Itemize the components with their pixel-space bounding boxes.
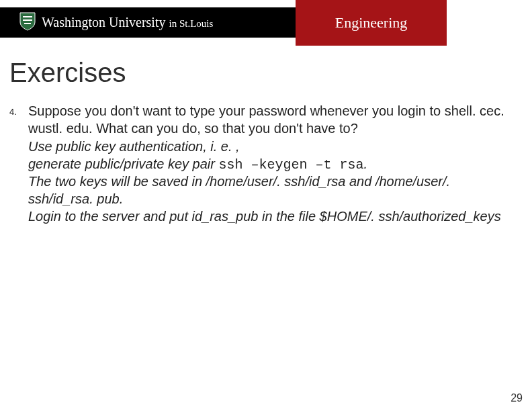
- university-logo: Washington University in St.Louis: [19, 11, 213, 34]
- answer-line-2-prefix: generate public/private key pair: [28, 156, 219, 171]
- list-item: 4. Suppose you don't want to type your p…: [9, 103, 516, 225]
- answer-code: ssh –keygen –t rsa: [219, 157, 364, 173]
- svg-rect-0: [23, 16, 32, 17]
- svg-rect-1: [23, 19, 32, 21]
- item-body: Suppose you don't want to type your pass…: [28, 103, 516, 225]
- question-text: Suppose you don't want to type your pass…: [28, 103, 516, 137]
- answer-line-1: Use public key authentication, i. e. ,: [28, 138, 516, 156]
- answer-line-4: Login to the server and put id_ras_pub i…: [28, 208, 516, 226]
- slide-title: Exercises: [9, 58, 532, 88]
- university-bar: Washington University in St.Louis: [0, 7, 296, 38]
- dept-label: Engineering: [335, 14, 408, 32]
- slide-content: 4. Suppose you don't want to type your p…: [9, 103, 516, 225]
- page-number: 29: [511, 392, 523, 404]
- answer-line-2: generate public/private key pair ssh –ke…: [28, 156, 516, 174]
- slide-header: Washington University in St.Louis Engine…: [0, 0, 532, 46]
- answer-line-2-suffix: .: [364, 156, 368, 171]
- university-name: Washington University in St.Louis: [42, 15, 213, 30]
- shield-icon: [19, 11, 36, 34]
- svg-rect-2: [24, 23, 31, 24]
- answer-line-3: The two keys will be saved in /home/user…: [28, 173, 516, 208]
- item-number: 4.: [9, 103, 28, 225]
- dept-bar: Engineering: [296, 0, 447, 46]
